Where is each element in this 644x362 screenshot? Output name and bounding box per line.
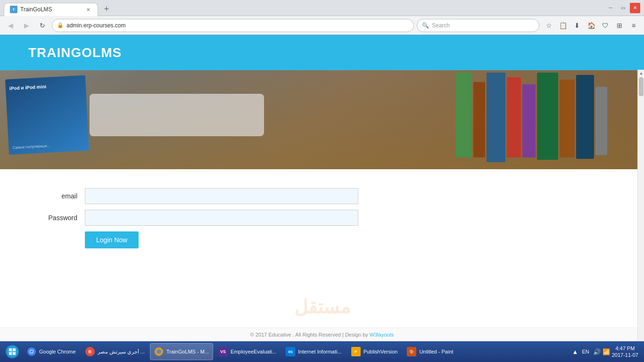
search-bar[interactable]: 🔍 Search — [417, 19, 539, 32]
site-footer: © 2017 Educative . All Rights Reserved |… — [0, 328, 644, 341]
scrollbar-thumb[interactable] — [639, 77, 644, 96]
publish-icon: P — [351, 347, 361, 356]
taskbar-chrome-label: Google Chrome — [39, 349, 76, 354]
active-tab[interactable]: T TrainGoLMS ✕ — [4, 3, 98, 16]
toolbar-icons: ☆ 📋 ⬇ 🏠 🛡 ⊞ ≡ — [542, 19, 640, 32]
browser-titlebar: T TrainGoLMS ✕ + ─ ▭ ✕ — [0, 0, 644, 16]
firefox-menu-button[interactable]: ⊞ — [613, 19, 626, 32]
address-bar[interactable]: 🔒 admin.erp-courses.com — [52, 19, 414, 32]
password-input[interactable] — [85, 210, 358, 226]
login-section: email Password Login Now — [0, 169, 644, 267]
start-icon — [6, 345, 19, 358]
tray-time-value: 4:47 PM — [612, 345, 638, 352]
taskbar-item-vs[interactable]: VS EmployeeEvaluati... — [214, 343, 281, 360]
search-placeholder: Search — [432, 22, 450, 29]
iis-icon: IIS — [286, 347, 295, 356]
tray-date-value: 2017-11-07 — [612, 352, 638, 358]
back-button[interactable]: ◀ — [4, 19, 17, 32]
arabic-browser-icon: B — [85, 347, 95, 356]
footer-link[interactable]: W3layouts — [370, 332, 394, 337]
taskbar-item-arabic[interactable]: B أجري سيرتش مصر ... — [81, 343, 149, 360]
svg-rect-1 — [13, 348, 16, 351]
site-header: TRAINGOLMS — [0, 35, 644, 70]
footer-text: © 2017 Educative . All Rights Reserved |… — [250, 332, 370, 337]
refresh-button[interactable]: ↻ — [36, 19, 49, 32]
tray-clock[interactable]: 4:47 PM 2017-11-07 — [612, 345, 638, 359]
tab-close-button[interactable]: ✕ — [84, 6, 92, 13]
address-text: admin.erp-courses.com — [66, 22, 409, 29]
close-button[interactable]: ✕ — [630, 3, 640, 13]
taskbar: Google Chrome B أجري سيرتش مصر ... Train… — [0, 341, 644, 362]
chrome-icon — [27, 347, 36, 356]
tray-language: EN — [580, 348, 591, 355]
bookmark-star-button[interactable]: ☆ — [542, 19, 555, 32]
watermark: مستقل — [294, 296, 350, 318]
tray-network-icon[interactable]: 📶 — [603, 348, 610, 355]
taskbar-iis-label: Internet Informati... — [298, 349, 341, 354]
forward-button[interactable]: ▶ — [20, 19, 33, 32]
taskbar-items: Google Chrome B أجري سيرتش مصر ... Train… — [23, 343, 569, 360]
svg-rect-2 — [9, 352, 12, 355]
tray-volume-icon[interactable]: 🔊 — [593, 348, 601, 355]
keyboard-image — [90, 94, 264, 136]
tab-title: TrainGoLMS — [20, 6, 82, 13]
books-right — [455, 70, 644, 169]
secure-icon: 🔒 — [57, 22, 64, 28]
taskbar-publish-label: PublishVersion — [363, 349, 398, 354]
password-row: Password — [28, 210, 616, 226]
scrollbar[interactable]: ▲ ▼ — [637, 70, 644, 341]
taskbar-firefox-label: TrainGoLMS - M... — [166, 349, 209, 354]
maximize-button[interactable]: ▭ — [618, 3, 628, 13]
firefox-icon — [154, 347, 164, 356]
reading-list-button[interactable]: 📋 — [556, 19, 570, 32]
svg-rect-3 — [13, 352, 16, 355]
search-icon: 🔍 — [422, 22, 429, 29]
tab-favicon: T — [10, 6, 17, 13]
site-logo: TRAINGOLMS — [28, 45, 122, 60]
new-tab-button[interactable]: + — [100, 3, 113, 16]
minimize-button[interactable]: ─ — [605, 3, 616, 13]
vs-icon: VS — [218, 347, 228, 356]
download-button[interactable]: ⬇ — [570, 19, 584, 32]
window-controls: ─ ▭ ✕ — [605, 3, 640, 13]
pocket-button[interactable]: 🛡 — [599, 19, 612, 32]
home-button[interactable]: 🏠 — [585, 19, 598, 32]
tab-bar: T TrainGoLMS ✕ + — [4, 0, 113, 16]
taskbar-paint-label: Untitled - Paint — [419, 349, 453, 354]
taskbar-item-paint[interactable]: 🎨 Untitled - Paint — [403, 343, 457, 360]
svg-point-8 — [157, 349, 161, 354]
taskbar-item-publish[interactable]: P PublishVersion — [347, 343, 402, 360]
hero-section: iPod и iPod mini Самые популярные... — [0, 70, 644, 169]
login-button-row: Login Now — [85, 231, 616, 248]
email-label: email — [28, 192, 85, 200]
password-label: Password — [28, 214, 85, 222]
taskbar-tray: ▲ EN 🔊 📶 4:47 PM 2017-11-07 — [569, 345, 642, 359]
taskbar-item-chrome[interactable]: Google Chrome — [23, 343, 80, 360]
start-button[interactable] — [2, 343, 23, 360]
svg-rect-0 — [9, 348, 12, 351]
email-input[interactable] — [85, 188, 358, 204]
menu-button[interactable]: ≡ — [627, 19, 640, 32]
page-content: TRAINGOLMS iPod и iPod mini Самые популя… — [0, 35, 644, 341]
taskbar-item-iis[interactable]: IIS Internet Informati... — [281, 343, 346, 360]
taskbar-vs-label: EmployeeEvaluati... — [231, 349, 276, 354]
browser-toolbar: ◀ ▶ ↻ 🔒 admin.erp-courses.com 🔍 Search ☆… — [0, 16, 644, 35]
login-button[interactable]: Login Now — [85, 231, 139, 248]
taskbar-arabic-label: أجري سيرتش مصر ... — [98, 349, 145, 355]
paint-icon: 🎨 — [407, 347, 416, 356]
scroll-up-arrow[interactable]: ▲ — [638, 70, 644, 76]
tray-show-hidden-icon[interactable]: ▲ — [572, 348, 578, 355]
book-ipod: iPod и iPod mini Самые популярные... — [5, 75, 89, 155]
svg-point-6 — [30, 350, 33, 353]
taskbar-item-firefox[interactable]: TrainGoLMS - M... — [150, 343, 213, 360]
email-row: email — [28, 188, 616, 204]
